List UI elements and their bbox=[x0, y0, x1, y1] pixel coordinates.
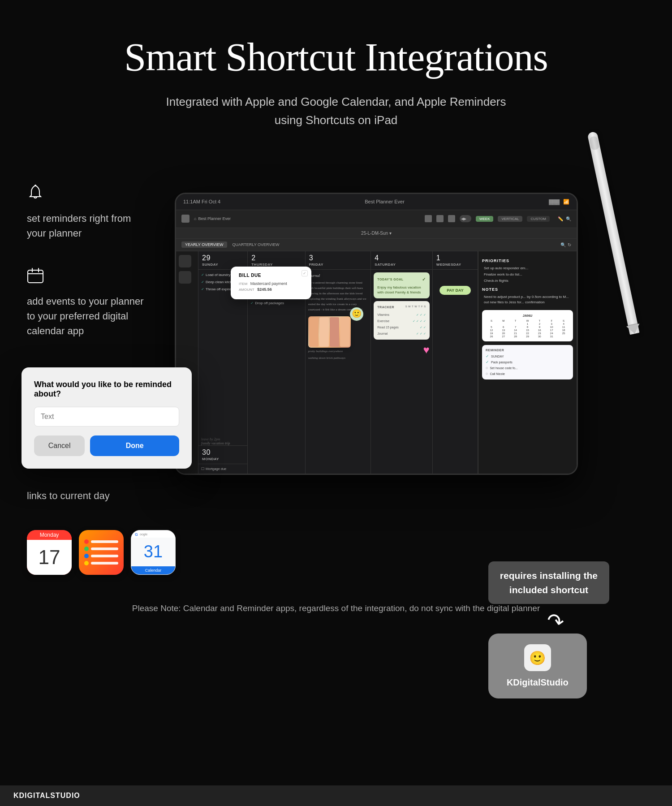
priorities-title: PRIORITIES bbox=[482, 259, 573, 263]
subtitle: Integrated with Apple and Google Calenda… bbox=[0, 93, 672, 130]
reminder-item-4: ○ Call Nicole bbox=[486, 371, 569, 376]
day-content-friday: journal we wandered through charming sto… bbox=[306, 270, 371, 474]
dialog-title: What would you like to be reminded about… bbox=[34, 380, 179, 399]
day-number-29: 29 bbox=[202, 254, 244, 262]
kdigital-name: KDigitalStudio bbox=[499, 677, 576, 688]
footer: KDIGITALSTUDIO bbox=[0, 785, 672, 806]
page-title: Smart Shortcut Integrations bbox=[0, 36, 672, 79]
goal-card-title: TODAY'S GOAL ✓ bbox=[377, 276, 426, 283]
gcal-footer: Calendar bbox=[131, 566, 175, 574]
links-feature: links to current day bbox=[27, 484, 152, 503]
walking-label: walking down brick pathways bbox=[308, 356, 368, 361]
toolbar-btn-1[interactable] bbox=[425, 215, 432, 222]
google-g: G bbox=[135, 532, 138, 537]
tab-yearly[interactable]: YEARLY OVERVIEW bbox=[181, 241, 227, 248]
nav-arrows[interactable]: ◀▶ bbox=[460, 215, 471, 222]
svg-point-0 bbox=[34, 185, 36, 186]
gcal-header: G oogle bbox=[131, 530, 175, 538]
ipad-top-bar: 11:1AM Fri Oct 4 Best Planner Ever ▓▓▓ 📶 bbox=[176, 194, 577, 210]
notes-title: NOTES bbox=[482, 287, 573, 292]
check-icon: ✓ bbox=[486, 354, 489, 358]
kdigital-card: 🙂 KDigitalStudio bbox=[488, 634, 587, 698]
tracker-row-exercise: Exercise✓ ✓ ✓ ✓ bbox=[377, 319, 426, 323]
tracker-row-journal: Journal✓ ✓ ✓ bbox=[377, 331, 426, 336]
list-row-1 bbox=[84, 539, 118, 544]
calendar-grid: SMTWTFS 1234 567891011 12131415161718 19… bbox=[486, 319, 569, 338]
dot-yellow bbox=[84, 561, 89, 565]
ipad-frame: 11:1AM Fri Oct 4 Best Planner Ever ▓▓▓ 📶 bbox=[175, 193, 578, 475]
bill-due-card: BILL DUE ITEM Mastercard payment AMOUNT … bbox=[231, 267, 311, 299]
list-row-4 bbox=[84, 561, 118, 565]
cancel-button[interactable]: Cancel bbox=[34, 435, 85, 456]
kdigital-icon: 🙂 bbox=[524, 644, 551, 671]
calendar-month: JANU bbox=[486, 314, 569, 318]
photo-sticker bbox=[308, 316, 351, 348]
tab-quarterly[interactable]: QUARTERLY OVERVIEW bbox=[229, 241, 283, 248]
vacation-area: leave by 2pm family vacation trip bbox=[198, 437, 247, 445]
mortgage-item: ☐ Mortgage due bbox=[201, 467, 245, 471]
sidebar-icon-1[interactable] bbox=[179, 255, 191, 267]
reminder-dialog: What would you like to be reminded about… bbox=[22, 367, 192, 469]
buildings-label: pretty buildings everywhere bbox=[308, 349, 368, 354]
search-icon[interactable]: 🔍 bbox=[560, 242, 566, 247]
tracker-title: TRACKER S M T W T F S bbox=[377, 305, 426, 310]
ipad-status-icons: ▓▓▓ 📶 bbox=[549, 199, 569, 205]
date-strip: 25-L-DM-Sun ▾ bbox=[176, 228, 577, 239]
shortcut-area: requires installing the included shortcu… bbox=[488, 561, 609, 698]
bill-item-row: ITEM Mastercard payment bbox=[239, 281, 303, 286]
toolbar-btn-2[interactable] bbox=[436, 215, 444, 222]
day-content-thursday: ✓ Send itinerary to sitter ✓ Call for di… bbox=[248, 270, 305, 474]
vertical-btn[interactable]: VERTICAL bbox=[498, 216, 522, 222]
header-section: Smart Shortcut Integrations Integrated w… bbox=[0, 0, 672, 148]
ipad-time: 11:1AM Fri Oct 4 bbox=[183, 199, 220, 204]
mini-calendar-widget: JANU SMTWTFS 1234 567891011 121314151617… bbox=[482, 310, 573, 341]
day-content-wednesday: PAY DAY bbox=[433, 270, 478, 474]
photo-sticker-area: pretty buildings everywhere 🙂 bbox=[308, 316, 368, 354]
day-header-wednesday: 1 WEDNESDAY bbox=[433, 251, 478, 270]
journal-label: journal bbox=[308, 272, 368, 279]
home-icon[interactable] bbox=[181, 215, 190, 223]
tracker-row-read: Read 15 pages✓ ✓ bbox=[377, 325, 426, 330]
tool-1[interactable]: ✏️ bbox=[558, 216, 563, 221]
ipad-screen: 11:1AM Fri Oct 4 Best Planner Ever ▓▓▓ 📶 bbox=[176, 194, 577, 474]
wifi-icon: 📶 bbox=[563, 199, 569, 205]
priority-1: Set up auto responder em... bbox=[482, 266, 573, 271]
bill-amount-row: AMOUNT $245.56 bbox=[239, 287, 303, 292]
dot-red bbox=[84, 539, 89, 544]
week-btn[interactable]: WEEK bbox=[476, 216, 494, 222]
reminder-panel-title: REMINDER bbox=[486, 349, 569, 352]
custom-btn[interactable]: CUSTOM bbox=[527, 216, 550, 222]
refresh-icon[interactable]: ↻ bbox=[568, 242, 571, 247]
empty-check-icon: ○ bbox=[486, 366, 488, 370]
reminders-app-icon: Monday 17 bbox=[27, 530, 72, 575]
sidebar-icon-2[interactable] bbox=[179, 271, 191, 284]
reminder-item-1: ✓ SUNDAY bbox=[486, 354, 569, 358]
tool-2[interactable]: 🔍 bbox=[566, 216, 571, 221]
mortgage-text: Mortgage due bbox=[206, 467, 226, 471]
notes-content: Need to adjust product p... by 0.5cm acc… bbox=[482, 294, 573, 306]
day-header-friday: 3 FRIDAY bbox=[306, 251, 371, 270]
list-line-4 bbox=[91, 562, 118, 565]
day-col-wednesday: 1 WEDNESDAY PAY DAY bbox=[433, 251, 478, 474]
page-wrapper: Smart Shortcut Integrations Integrated w… bbox=[0, 0, 672, 806]
bill-checkbox[interactable]: ✓ bbox=[302, 270, 308, 276]
apple-pencil bbox=[587, 131, 639, 335]
check-icon: ✓ bbox=[201, 287, 204, 293]
toolbar-btn-3[interactable] bbox=[448, 215, 455, 222]
tracker-items: Vitamins✓ ✓ ✓ Exercise✓ ✓ ✓ ✓ Read 15 pa… bbox=[377, 312, 426, 336]
planner-tabs: YEARLY OVERVIEW QUARTERLY OVERVIEW 🔍 ↻ bbox=[176, 239, 577, 251]
bottom-feature-section: links to current day bbox=[0, 475, 672, 503]
smiley-sticker: 🙂 bbox=[350, 307, 363, 321]
reminder-item-2: ✓ Pack passports bbox=[486, 360, 569, 364]
gcal-number: 31 bbox=[131, 538, 175, 566]
reminder-item-3: ○ Set house code fo... bbox=[486, 366, 569, 370]
feature-calendar-text: add events to your planner to your prefe… bbox=[27, 294, 152, 338]
pay-day-pill: PAY DAY bbox=[439, 286, 471, 295]
list-line-3 bbox=[91, 555, 118, 557]
ipad-container: 11:1AM Fri Oct 4 Best Planner Ever ▓▓▓ 📶 bbox=[175, 157, 605, 475]
cal-day-number: 17 bbox=[27, 540, 72, 575]
reminder-input[interactable] bbox=[34, 407, 179, 427]
list-row-3 bbox=[84, 554, 118, 558]
heart-sticker-area: ♥ bbox=[374, 341, 430, 358]
done-button[interactable]: Done bbox=[90, 435, 179, 456]
